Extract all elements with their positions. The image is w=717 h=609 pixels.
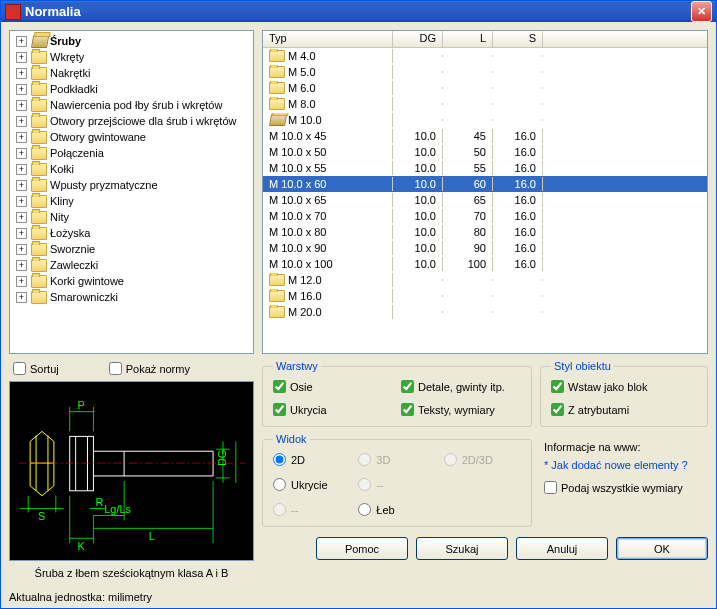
expander-icon[interactable]: + — [16, 276, 27, 287]
list-row[interactable]: M 12.0 — [263, 272, 707, 288]
tree-label: Smarowniczki — [50, 291, 118, 303]
tree-item[interactable]: +Smarowniczki — [12, 289, 251, 305]
list-row[interactable]: M 10.0 x 5010.05016.0 — [263, 144, 707, 160]
tree-item[interactable]: +Otwory przejściowe dla śrub i wkrętów — [12, 113, 251, 129]
list-body[interactable]: M 4.0M 5.0M 6.0M 8.0M 10.0M 10.0 x 4510.… — [263, 48, 707, 353]
check-atrybuty[interactable]: Z atrybutami — [551, 403, 697, 416]
expander-icon[interactable]: + — [16, 164, 27, 175]
list-row[interactable]: M 5.0 — [263, 64, 707, 80]
expander-icon[interactable]: + — [16, 292, 27, 303]
radio-2d[interactable]: 2D — [273, 453, 350, 466]
tree-item[interactable]: +Kliny — [12, 193, 251, 209]
list-row[interactable]: M 20.0 — [263, 304, 707, 320]
expander-icon[interactable]: + — [16, 148, 27, 159]
tree-item[interactable]: +Łożyska — [12, 225, 251, 241]
check-blok[interactable]: Wstaw jako blok — [551, 380, 697, 393]
tree-label: Wpusty pryzmatyczne — [50, 179, 158, 191]
tree-item[interactable]: +Wkręty — [12, 49, 251, 65]
col-typ[interactable]: Typ — [263, 31, 393, 47]
list-row[interactable]: M 10.0 x 7010.07016.0 — [263, 208, 707, 224]
radio-ukrycie[interactable]: Ukrycie — [273, 478, 350, 491]
pokaz-normy-check[interactable]: Pokaż normy — [109, 362, 190, 375]
folder-icon — [269, 290, 285, 302]
tree-item[interactable]: +Połączenia — [12, 145, 251, 161]
row-dg: 10.0 — [393, 177, 443, 191]
expander-icon[interactable]: + — [16, 100, 27, 111]
tree-item[interactable]: +Podkładki — [12, 81, 251, 97]
tree-label: Łożyska — [50, 227, 90, 239]
tree-item[interactable]: +Zawleczki — [12, 257, 251, 273]
btn-pomoc[interactable]: Pomoc — [316, 537, 408, 560]
folder-icon — [31, 99, 47, 112]
folder-icon — [269, 98, 285, 110]
expander-icon[interactable]: + — [16, 36, 27, 47]
check-teksty[interactable]: Teksty, wymiary — [401, 403, 521, 416]
row-s: 16.0 — [493, 225, 543, 239]
tree-item[interactable]: +Śruby — [12, 33, 251, 49]
group-info: Informacje na www: * Jak dodać nowe elem… — [540, 433, 708, 527]
list-row[interactable]: M 10.0 x 10010.010016.0 — [263, 256, 707, 272]
col-l[interactable]: L — [443, 31, 493, 47]
list-row[interactable]: M 10.0 x 6010.06016.0 — [263, 176, 707, 192]
tree-item[interactable]: +Wpusty pryzmatyczne — [12, 177, 251, 193]
expander-icon[interactable]: + — [16, 244, 27, 255]
list-row[interactable]: M 6.0 — [263, 80, 707, 96]
btn-anuluj[interactable]: Anuluj — [516, 537, 608, 560]
col-dg[interactable]: DG — [393, 31, 443, 47]
list-row[interactable]: M 10.0 x 9010.09016.0 — [263, 240, 707, 256]
svg-text:R: R — [95, 496, 103, 508]
sortuj-check[interactable]: Sortuj — [13, 362, 59, 375]
row-l: 45 — [443, 129, 493, 143]
folder-icon — [269, 114, 287, 126]
tree-item[interactable]: +Nawiercenia pod łby śrub i wkrętów — [12, 97, 251, 113]
check-detale[interactable]: Detale, gwinty itp. — [401, 380, 521, 393]
row-s: 16.0 — [493, 129, 543, 143]
window-title: Normalia — [25, 4, 691, 19]
tree-item[interactable]: +Kołki — [12, 161, 251, 177]
tree-label: Kołki — [50, 163, 74, 175]
btn-ok[interactable]: OK — [616, 537, 708, 560]
btn-szukaj[interactable]: Szukaj — [416, 537, 508, 560]
list-row[interactable]: M 10.0 x 4510.04516.0 — [263, 128, 707, 144]
link-help[interactable]: * Jak dodać nowe elementy ? — [544, 459, 704, 471]
radio-leb[interactable]: Łeb — [358, 503, 435, 516]
expander-icon[interactable]: + — [16, 212, 27, 223]
expander-icon[interactable]: + — [16, 116, 27, 127]
folder-icon — [31, 163, 47, 176]
expander-icon[interactable]: + — [16, 196, 27, 207]
row-label: M 8.0 — [288, 98, 316, 110]
check-osie[interactable]: Osie — [273, 380, 393, 393]
list-row[interactable]: M 10.0 x 8010.08016.0 — [263, 224, 707, 240]
close-button[interactable]: ✕ — [691, 1, 712, 22]
list-row[interactable]: M 10.0 — [263, 112, 707, 128]
row-label: M 10.0 x 80 — [269, 226, 326, 238]
list-row[interactable]: M 4.0 — [263, 48, 707, 64]
category-tree[interactable]: +Śruby+Wkręty+Nakrętki+Podkładki+Nawierc… — [9, 30, 254, 354]
tree-item[interactable]: +Nakrętki — [12, 65, 251, 81]
expander-icon[interactable]: + — [16, 180, 27, 191]
tree-label: Śruby — [50, 35, 81, 47]
tree-label: Nawiercenia pod łby śrub i wkrętów — [50, 99, 222, 111]
folder-icon — [31, 147, 47, 160]
col-s[interactable]: S — [493, 31, 543, 47]
tree-item[interactable]: +Korki gwintowe — [12, 273, 251, 289]
expander-icon[interactable]: + — [16, 84, 27, 95]
check-ukrycia[interactable]: Ukrycia — [273, 403, 393, 416]
tree-item[interactable]: +Nity — [12, 209, 251, 225]
expander-icon[interactable]: + — [16, 260, 27, 271]
check-podaj[interactable]: Podaj wszystkie wymiary — [544, 481, 704, 494]
list-row[interactable]: M 8.0 — [263, 96, 707, 112]
tree-item[interactable]: +Sworznie — [12, 241, 251, 257]
row-dg: 10.0 — [393, 257, 443, 271]
tree-item[interactable]: +Otwory gwintowane — [12, 129, 251, 145]
list-row[interactable]: M 16.0 — [263, 288, 707, 304]
expander-icon[interactable]: + — [16, 228, 27, 239]
expander-icon[interactable]: + — [16, 52, 27, 63]
expander-icon[interactable]: + — [16, 68, 27, 79]
expander-icon[interactable]: + — [16, 132, 27, 143]
row-l: 65 — [443, 193, 493, 207]
row-dg: 10.0 — [393, 145, 443, 159]
list-row[interactable]: M 10.0 x 5510.05516.0 — [263, 160, 707, 176]
window: Normalia ✕ +Śruby+Wkręty+Nakrętki+Podkła… — [0, 0, 717, 609]
list-row[interactable]: M 10.0 x 6510.06516.0 — [263, 192, 707, 208]
